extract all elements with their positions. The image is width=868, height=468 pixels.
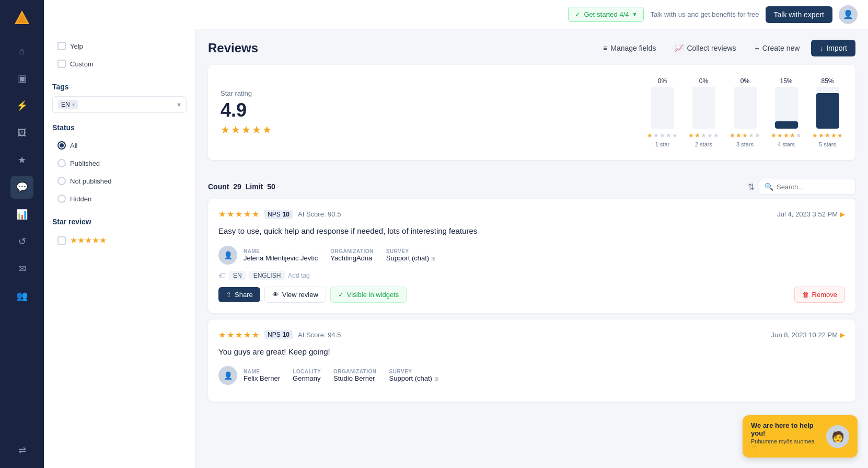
trash-icon: 🗑 bbox=[802, 291, 809, 299]
arrow-icon: ▶ bbox=[840, 331, 845, 339]
visible-in-widgets-button[interactable]: ✓ Visible in widgets bbox=[330, 287, 407, 303]
review-2-locality-field: LOCALITY Germany bbox=[293, 369, 321, 382]
org-value: Studio Berner bbox=[333, 374, 376, 382]
org-label: ORGANIZATION bbox=[330, 248, 373, 254]
review-1-reviewer: 👤 NAME Jelena Milentijevic Jevtic ORGANI… bbox=[218, 246, 845, 265]
source-filter-section: Yelp Custom bbox=[52, 38, 187, 72]
box-icon[interactable]: ▣ bbox=[10, 67, 33, 90]
share-button[interactable]: ⇧ Share bbox=[218, 287, 260, 302]
create-new-button[interactable]: + Create new bbox=[748, 40, 807, 56]
review-1-org-field: ORGANIZATION YachtingAdria bbox=[330, 248, 373, 262]
not-published-radio[interactable] bbox=[57, 177, 66, 185]
search-input[interactable] bbox=[777, 183, 850, 191]
star-2: ★ bbox=[231, 123, 240, 136]
hidden-radio[interactable] bbox=[57, 195, 66, 203]
chevron-down-icon[interactable]: ▾ bbox=[177, 100, 181, 109]
tag-english: ENGLISH bbox=[249, 271, 285, 280]
tags-text-input[interactable] bbox=[80, 101, 175, 109]
yelp-checkbox[interactable] bbox=[57, 42, 66, 50]
share-icon: ⇧ bbox=[226, 291, 232, 299]
manage-fields-button[interactable]: ≡ Manage fields bbox=[596, 40, 663, 56]
s4: ★ bbox=[666, 132, 672, 139]
reviews-count: Count 29 Limit 50 bbox=[208, 182, 277, 191]
check-icon: ✓ bbox=[575, 10, 581, 18]
image-icon[interactable]: 🖼 bbox=[10, 121, 33, 144]
refresh-icon[interactable]: ↺ bbox=[10, 230, 33, 253]
title-actions: Reviews ≡ Manage fields 📈 Collect review… bbox=[208, 40, 855, 56]
filter-hidden[interactable]: Hidden bbox=[52, 190, 187, 207]
review-1-nps: NPS 10 bbox=[264, 210, 293, 219]
star-icon[interactable]: ★ bbox=[10, 149, 33, 172]
logo[interactable] bbox=[10, 6, 33, 29]
star5-checkbox[interactable] bbox=[57, 236, 66, 245]
search-icon: 🔍 bbox=[765, 182, 773, 191]
bar-3star: 0% ★ ★ ★ ★ ★ 3 stars bbox=[730, 77, 760, 147]
bar-4star-stars: ★ ★ ★ ★ ★ bbox=[771, 132, 802, 139]
page-title: Reviews bbox=[208, 41, 258, 55]
import-button[interactable]: ↓ Import bbox=[811, 40, 855, 56]
yelp-label: Yelp bbox=[70, 42, 83, 50]
limit-value: 50 bbox=[267, 182, 275, 191]
bar-1star-pct: 0% bbox=[658, 77, 667, 85]
review-1-ai-score: AI Score: 90.5 bbox=[298, 210, 341, 218]
get-started-button[interactable]: ✓ Get started 4/4 ▼ bbox=[568, 7, 644, 22]
review-1-survey-field: SURVEY Support (chat) ⊞ bbox=[386, 248, 435, 262]
tag-en-label: EN bbox=[61, 101, 70, 108]
survey-label: SURVEY bbox=[386, 248, 435, 254]
name-label: NAME bbox=[244, 248, 318, 254]
filter-custom[interactable]: Custom bbox=[52, 55, 187, 72]
tag-en-remove[interactable]: × bbox=[72, 102, 75, 108]
star-4: ★ bbox=[252, 123, 261, 136]
filter-star-5[interactable]: ★★★★★ bbox=[52, 231, 187, 249]
lines-icon: ≡ bbox=[603, 44, 607, 52]
users-icon[interactable]: 👥 bbox=[10, 284, 33, 307]
star-rating-section: Star rating 4.9 ★ ★ ★ ★ ★ bbox=[221, 89, 272, 136]
s1: ★ bbox=[647, 132, 653, 139]
shuffle-icon[interactable]: ⇌ bbox=[10, 439, 33, 462]
bar-2star-label: 2 stars bbox=[695, 141, 712, 147]
home-icon[interactable]: ⌂ bbox=[10, 40, 33, 63]
bar-5star-fill bbox=[816, 93, 839, 129]
bar-2star-stars: ★ ★ ★ ★ ★ bbox=[688, 132, 719, 139]
published-label: Published bbox=[70, 159, 100, 167]
filter-published[interactable]: Published bbox=[52, 155, 187, 172]
stars-row: ★ ★ ★ ★ ★ bbox=[221, 123, 272, 136]
remove-button[interactable]: 🗑 Remove bbox=[794, 287, 845, 303]
limit-label: Limit bbox=[246, 182, 263, 191]
published-radio[interactable] bbox=[57, 159, 66, 167]
filter-yelp[interactable]: Yelp bbox=[52, 38, 187, 54]
view-review-button[interactable]: 👁 View review bbox=[264, 287, 326, 303]
plug-icon[interactable]: ⚡ bbox=[10, 94, 33, 117]
search-box: 🔍 bbox=[759, 179, 855, 195]
bar-3star-track bbox=[734, 87, 757, 129]
chat-widget[interactable]: We are here to help you! Puhumme myös su… bbox=[743, 415, 858, 458]
talk-with-expert-button[interactable]: Talk with expert bbox=[766, 6, 832, 23]
review-2-top: ★ ★ ★ ★ ★ NPS 10 AI Score: 94.5 bbox=[218, 330, 845, 340]
review-1-tags: 🏷 EN ENGLISH Add tag bbox=[218, 271, 845, 280]
filter-all[interactable]: All bbox=[52, 137, 187, 154]
tags-input[interactable]: EN × ▾ bbox=[52, 96, 187, 113]
bar-4star-label: 4 stars bbox=[778, 141, 795, 147]
bar-5star-stars: ★ ★ ★ ★ ★ bbox=[812, 132, 843, 139]
count-value: 29 bbox=[233, 182, 241, 191]
bar-4star-pct: 15% bbox=[780, 77, 792, 85]
mail-icon[interactable]: ✉ bbox=[10, 257, 33, 280]
status-title: Status bbox=[52, 123, 187, 132]
sort-button[interactable]: ⇅ bbox=[748, 182, 755, 192]
review-2-reviewer: 👤 NAME Felix Berner LOCALITY Germany bbox=[218, 366, 845, 385]
bar-2star: 0% ★ ★ ★ ★ ★ 2 stars bbox=[688, 77, 719, 147]
chart-icon[interactable]: 📊 bbox=[10, 203, 33, 226]
bar-1star-track bbox=[651, 87, 674, 129]
review-1-meta: ★ ★ ★ ★ ★ NPS 10 AI Score: 90.5 bbox=[218, 209, 341, 219]
collect-reviews-button[interactable]: 📈 Collect reviews bbox=[667, 40, 743, 56]
content-wrapper: Reviews ≡ Manage fields 📈 Collect review… bbox=[195, 29, 868, 468]
filter-not-published[interactable]: Not published bbox=[52, 173, 187, 189]
all-radio[interactable] bbox=[57, 141, 66, 150]
star-review-filter-section: Star review ★★★★★ bbox=[52, 218, 187, 249]
user-avatar[interactable]: 👤 bbox=[839, 5, 858, 24]
add-tag-btn[interactable]: Add tag bbox=[288, 272, 309, 279]
custom-checkbox[interactable] bbox=[57, 60, 66, 68]
reviews-header: Count 29 Limit 50 ⇅ 🔍 bbox=[208, 179, 855, 195]
review-1-fields: NAME Jelena Milentijevic Jevtic ORGANIZA… bbox=[244, 248, 435, 262]
chat-icon[interactable]: 💬 bbox=[10, 176, 33, 199]
